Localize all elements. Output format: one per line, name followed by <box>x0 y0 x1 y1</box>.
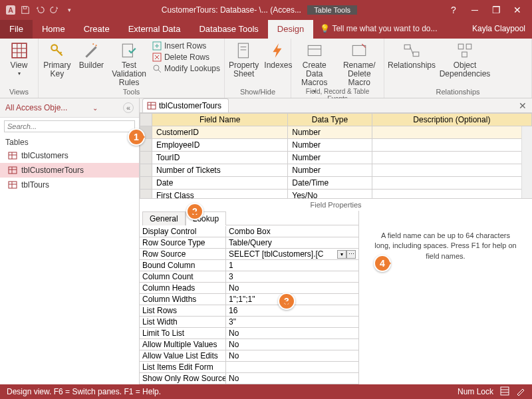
group-label: Relationships <box>388 88 527 96</box>
status-text: Design view. F6 = Switch panes. F1 = Hel… <box>7 387 458 396</box>
svg-line-19 <box>158 70 161 72</box>
field-row[interactable]: DateDate/Time <box>140 177 532 190</box>
close-icon[interactable]: ✕ <box>508 3 527 17</box>
close-tab-icon[interactable]: ✕ <box>513 100 532 111</box>
tab-create[interactable]: Create <box>74 20 119 39</box>
field-row[interactable]: Number of TicketsNumber <box>140 164 532 177</box>
nav-item-tbltours[interactable]: tblTours <box>0 178 139 192</box>
rename-delete-macro-button[interactable]: Rename/ Delete Macro <box>339 41 380 88</box>
tab-file[interactable]: File <box>0 20 33 39</box>
nav-item-tblcustomers[interactable]: tblCustomers <box>0 148 139 163</box>
nav-header[interactable]: All Access Obje... <box>5 103 67 112</box>
row-selector-header[interactable] <box>140 114 152 126</box>
design-view-icon[interactable] <box>516 386 525 398</box>
field-row[interactable]: First ClassYes/No <box>140 190 532 198</box>
callout-3: 3 <box>278 293 295 310</box>
prop-row[interactable]: List Items Edit Form <box>140 362 358 373</box>
create-data-macros-button[interactable]: Create Data Macros▾ <box>295 41 334 94</box>
svg-rect-38 <box>9 182 17 188</box>
object-dependencies-button[interactable]: Object Dependencies <box>440 41 489 78</box>
prop-row[interactable]: Column Widths1";1";1" <box>140 294 358 305</box>
prop-row[interactable]: Show Only Row Source VNo <box>140 373 358 384</box>
vertical-scrollbar[interactable] <box>521 126 532 198</box>
rows-group: Insert Rows Delete Rows Modify Lookups <box>152 41 220 73</box>
prop-row[interactable]: Bound Column1 <box>140 260 358 271</box>
svg-point-8 <box>51 45 57 51</box>
datasheet-view-icon[interactable] <box>500 386 509 398</box>
rename-icon <box>350 41 368 60</box>
qat-dropdown-icon[interactable]: ▾ <box>64 5 74 15</box>
proptab-general[interactable]: General <box>142 211 186 225</box>
tab-design[interactable]: Design <box>268 20 313 39</box>
table-icon <box>147 101 156 110</box>
svg-rect-27 <box>413 52 419 57</box>
design-grid[interactable]: Field Name Data Type Description (Option… <box>140 113 532 198</box>
prop-row[interactable]: Limit To ListNo <box>140 328 358 339</box>
check-icon <box>120 41 138 60</box>
nav-section-tables[interactable]: Tables ⌄ <box>0 135 139 148</box>
field-properties: Field Properties General Lookup Display … <box>140 198 532 384</box>
tab-database-tools[interactable]: Database Tools <box>190 20 267 39</box>
svg-rect-25 <box>353 45 366 55</box>
svg-rect-11 <box>122 44 132 57</box>
tell-me-input[interactable]: 💡 Tell me what you want to do... <box>313 20 466 39</box>
restore-icon[interactable]: ❐ <box>487 3 505 17</box>
prop-row[interactable]: List Width3" <box>140 317 358 328</box>
prop-row[interactable]: Column Count3 <box>140 271 358 283</box>
prop-row[interactable]: Row Source TypeTable/Query <box>140 237 358 249</box>
window-title: CustomerTours: Database- \... (Acces... … <box>74 5 444 15</box>
tab-tblcustomertours[interactable]: tblCustomerTours <box>142 98 229 112</box>
help-icon[interactable]: ? <box>444 3 463 17</box>
svg-point-10 <box>93 43 94 45</box>
primary-key-button[interactable]: Primary Key <box>43 41 72 78</box>
access-app-icon: A <box>5 5 16 15</box>
tab-external-data[interactable]: External Data <box>119 20 190 39</box>
minimize-icon[interactable]: ─ <box>466 3 484 17</box>
grid-icon <box>10 41 29 60</box>
indexes-button[interactable]: Indexes <box>264 41 292 70</box>
callout-4: 4 <box>374 255 391 272</box>
save-icon[interactable] <box>20 5 31 15</box>
delete-rows-button[interactable]: Delete Rows <box>152 53 220 62</box>
modify-lookups-button[interactable]: Modify Lookups <box>152 64 220 73</box>
macro-icon <box>305 41 324 60</box>
insert-rows-button[interactable]: Insert Rows <box>152 41 220 51</box>
nav-item-tblcustomertours[interactable]: tblCustomerTours <box>0 163 139 178</box>
property-sheet-button[interactable]: Property Sheet <box>229 41 259 78</box>
builder-button[interactable]: Builder <box>77 41 106 70</box>
field-row[interactable]: TourIDNumber <box>140 152 532 164</box>
redo-icon[interactable] <box>49 5 60 15</box>
view-button[interactable]: View▾ <box>4 41 34 77</box>
col-description[interactable]: Description (Optional) <box>372 114 531 126</box>
test-validation-button[interactable]: Test Validation Rules <box>111 41 147 88</box>
col-data-type[interactable]: Data Type <box>288 114 372 126</box>
quick-access-toolbar: A ▾ <box>5 5 74 15</box>
field-row[interactable]: CustomerIDNumber <box>140 126 532 139</box>
prop-row[interactable]: Allow Value List EditsNo <box>140 350 358 362</box>
undo-icon[interactable] <box>35 5 45 15</box>
user-name[interactable]: Kayla Claypool <box>466 20 532 39</box>
title-bar: A ▾ CustomerTours: Database- \... (Acces… <box>0 0 532 20</box>
relationships-button[interactable]: Relationships <box>388 41 435 70</box>
tab-home[interactable]: Home <box>33 20 74 39</box>
field-row[interactable]: EmployeeIDNumber <box>140 139 532 152</box>
prop-row[interactable]: Display ControlCombo Box <box>140 226 358 237</box>
prop-row[interactable]: List Rows16 <box>140 305 358 317</box>
svg-point-18 <box>154 65 159 70</box>
dropdown-icon[interactable]: ▾ <box>337 250 346 259</box>
prop-row[interactable]: Row SourceSELECT [tblCustomers].[C▾⋯ <box>140 249 358 260</box>
svg-rect-31 <box>462 52 467 57</box>
field-help-text: A field name can be up to 64 characters … <box>359 211 532 384</box>
prop-row[interactable]: Column HeadsNo <box>140 283 358 294</box>
nav-dropdown-icon[interactable]: ⌄ <box>92 104 98 112</box>
search-input[interactable] <box>4 120 135 132</box>
builder-icon[interactable]: ⋯ <box>346 250 356 259</box>
svg-rect-3 <box>12 43 27 58</box>
svg-rect-23 <box>308 45 321 55</box>
prop-row[interactable]: Allow Multiple ValuesNo <box>140 339 358 350</box>
svg-rect-20 <box>238 43 248 58</box>
col-field-name[interactable]: Field Name <box>152 114 288 126</box>
ribbon-tabs: File Home Create External Data Database … <box>0 20 532 39</box>
nav-collapse-icon[interactable]: « <box>123 102 134 113</box>
status-bar: Design view. F6 = Switch panes. F1 = Hel… <box>0 384 532 399</box>
